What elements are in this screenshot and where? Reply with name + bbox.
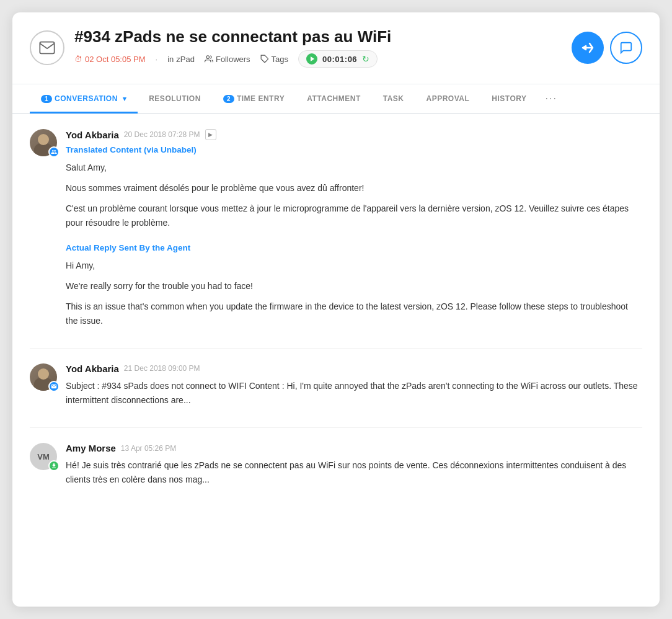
message-time-2: 21 Dec 2018 09:00 PM	[124, 364, 200, 373]
avatar-badge-download	[48, 460, 60, 471]
actual-reply-label-1: Actual Reply Sent By the Agent	[66, 243, 642, 252]
reply-button[interactable]	[572, 32, 604, 64]
ticket-card: #934 zPads ne se connectant pas au WiFi …	[12, 12, 660, 607]
note-button[interactable]	[610, 32, 642, 64]
message-2: Yod Akbaria 21 Dec 2018 09:00 PM Subject…	[30, 363, 642, 407]
message-time-1: 20 Dec 2018 07:28 PM	[124, 130, 200, 139]
message-text-2: Subject : #934 sPads does not connect to…	[66, 379, 642, 407]
message-body-1: Yod Akbaria 20 Dec 2018 07:28 PM ▶ Trans…	[66, 129, 642, 328]
divider-2	[30, 427, 642, 428]
divider-1	[30, 348, 642, 349]
meta-followers[interactable]: Followers	[205, 55, 250, 64]
message-body-3: Amy Morse 13 Apr 05:26 PM Hé! Je suis tr…	[66, 443, 642, 487]
header-title-area: #934 zPads ne se connectant pas au WiFi …	[74, 27, 562, 68]
tab-approval[interactable]: APPROVAL	[415, 86, 481, 114]
meta-tags[interactable]: Tags	[260, 55, 288, 64]
tab-time-entry[interactable]: 2TIME ENTRY	[212, 86, 296, 114]
header-meta: ⏱ 02 Oct 05:05 PM · in zPad Followers	[74, 50, 562, 68]
tab-resolution[interactable]: RESOLUTION	[138, 86, 212, 114]
meta-date: ⏱ 02 Oct 05:05 PM	[74, 55, 146, 64]
message-author-3: Amy Morse	[66, 443, 116, 453]
avatar-yod-2	[30, 363, 57, 391]
message-author-1: Yod Akbaria	[66, 130, 119, 140]
tab-task[interactable]: TASK	[372, 86, 415, 114]
ticket-title: #934 zPads ne se connectant pas au WiFi	[74, 27, 562, 47]
message-header-1: Yod Akbaria 20 Dec 2018 07:28 PM ▶	[66, 129, 642, 140]
message-header-3: Amy Morse 13 Apr 05:26 PM	[66, 443, 642, 453]
message-translated-text-1: Salut Amy, Nous sommes vraiment désolés …	[66, 161, 642, 230]
meta-location: in zPad	[167, 55, 195, 64]
tab-attachment[interactable]: ATTACHMENT	[296, 86, 372, 114]
tab-conversation[interactable]: 1CONVERSATION ▾	[30, 86, 138, 114]
tab-more-button[interactable]: ···	[537, 84, 564, 113]
message-time-3: 13 Apr 05:26 PM	[121, 444, 176, 453]
avatar-badge-agent-1	[48, 146, 60, 158]
message-expand-1[interactable]: ▶	[205, 129, 216, 140]
message-actual-reply-text-1: Hi Amy, We're really sorry for the troub…	[66, 259, 642, 328]
header-actions	[572, 32, 642, 64]
tabs-bar: 1CONVERSATION ▾ RESOLUTION 2TIME ENTRY A…	[12, 84, 660, 114]
ticket-icon	[30, 30, 64, 65]
timer-play-button[interactable]	[306, 53, 317, 65]
avatar-yod-1	[30, 129, 57, 156]
timer-refresh-icon[interactable]: ↻	[362, 54, 369, 64]
ticket-header: #934 zPads ne se connectant pas au WiFi …	[12, 12, 660, 84]
svg-point-0	[206, 56, 210, 59]
translated-label-1: Translated Content (via Unbabel)	[66, 145, 642, 154]
timer-area: 00:01:06 ↻	[298, 50, 378, 68]
avatar-amy: VM	[30, 443, 57, 470]
message-body-2: Yod Akbaria 21 Dec 2018 09:00 PM Subject…	[66, 363, 642, 407]
tab-history[interactable]: HISTORY	[480, 86, 537, 114]
message-author-2: Yod Akbaria	[66, 363, 119, 374]
timer-value: 00:01:06	[322, 55, 357, 64]
message-text-3: Hé! Je suis très contrarié que les zPads…	[66, 458, 642, 487]
conversation-content: Yod Akbaria 20 Dec 2018 07:28 PM ▶ Trans…	[12, 114, 660, 607]
message-1: Yod Akbaria 20 Dec 2018 07:28 PM ▶ Trans…	[30, 129, 642, 328]
avatar-badge-agent-2	[48, 381, 60, 392]
message-3: VM Amy Morse 13 Apr 05:26 PM Hé! Je suis…	[30, 443, 642, 487]
message-header-2: Yod Akbaria 21 Dec 2018 09:00 PM	[66, 363, 642, 374]
meta-sep1: ·	[156, 55, 158, 64]
